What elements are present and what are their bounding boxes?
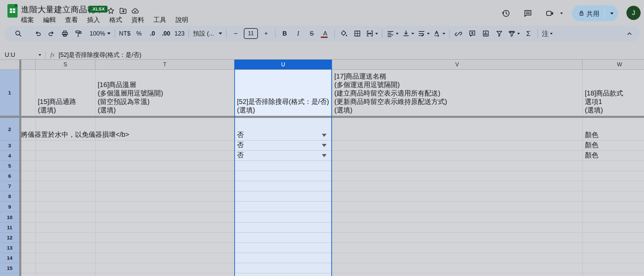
cell-U1[interactable]: [52]是否排除搜尋(格式：是/否) (選填) — [235, 70, 332, 116]
column-header-W[interactable]: W — [582, 60, 644, 70]
cell-dropdown-icon[interactable] — [322, 144, 327, 147]
bold-button[interactable]: B — [278, 28, 291, 39]
row-header-11[interactable]: 11 — [0, 222, 19, 233]
borders-icon — [353, 29, 361, 38]
cell-S1[interactable]: [15]商品通路 (選填) — [35, 70, 95, 116]
horizontal-align-button[interactable] — [385, 28, 400, 39]
row-header-12[interactable]: 12 — [0, 233, 19, 243]
column-header-U[interactable]: U — [235, 60, 332, 70]
cell-T1[interactable]: [16]商品溫層 (多個溫層用逗號隔開) (留空預設為常溫) (選填) — [95, 70, 235, 116]
format-currency-button[interactable]: NT$ — [117, 28, 132, 39]
text-color-button[interactable]: A — [318, 28, 332, 39]
sheets-logo-icon[interactable] — [7, 4, 18, 18]
font-select[interactable]: 預設 (... — [191, 28, 224, 39]
print-button[interactable] — [58, 28, 72, 39]
column-header-R[interactable] — [21, 60, 35, 70]
menu-format[interactable]: 格式 — [109, 16, 122, 24]
collapse-toolbar-button[interactable] — [625, 29, 634, 38]
menu-edit[interactable]: 編輯 — [43, 16, 56, 24]
filter-views-button[interactable] — [506, 28, 522, 39]
menu-tools[interactable]: 工具 — [153, 16, 166, 24]
create-filter-button[interactable] — [493, 28, 506, 39]
menu-insert[interactable]: 插入 — [87, 16, 100, 24]
chart-icon — [482, 29, 490, 38]
merge-cells-button[interactable] — [364, 28, 380, 39]
formula-input[interactable]: [52]是否排除搜尋(格式：是/否) — [58, 51, 141, 59]
column-header-T[interactable]: T — [95, 60, 235, 70]
cell-V1[interactable]: [17]商品運送名稱 (多個運送用逗號隔開) (建立商品時留空表示適用所有配送)… — [332, 70, 582, 116]
toolbar-separator — [189, 29, 189, 38]
cell-W2[interactable]: 顏色 — [582, 118, 644, 141]
redo-button[interactable] — [45, 28, 58, 39]
row-header-15[interactable]: 15 — [0, 263, 19, 273]
wrap-text-button[interactable] — [416, 28, 431, 39]
insert-comment-button[interactable] — [466, 28, 479, 39]
chevron-down-icon — [443, 33, 445, 35]
cell-U2[interactable]: 否 — [235, 118, 332, 141]
functions-button[interactable]: Σ — [522, 28, 535, 39]
cell-dropdown-icon[interactable] — [322, 154, 327, 157]
cell-U3[interactable]: 否 — [235, 141, 332, 151]
history-icon[interactable] — [501, 9, 510, 18]
cell-W3[interactable]: 顏色 — [582, 141, 644, 151]
search-button[interactable] — [11, 28, 25, 39]
row-header-4[interactable]: 4 — [0, 151, 19, 161]
row-header-5[interactable]: 5 — [0, 161, 19, 171]
toolbar-separator — [449, 29, 450, 38]
format-percent-button[interactable]: % — [132, 28, 146, 39]
row-header-6[interactable]: 6 — [0, 171, 19, 181]
select-all-corner[interactable] — [0, 60, 19, 70]
cell-W1[interactable]: [18]商品款式 選項1 (選填) — [582, 70, 644, 116]
avatar[interactable]: J — [626, 6, 641, 20]
menu-data[interactable]: 資料 — [131, 16, 144, 24]
row-header-7[interactable]: 7 — [0, 181, 19, 191]
row-header-1[interactable]: 1 — [0, 70, 19, 116]
decrease-font-size-button[interactable]: − — [229, 28, 242, 39]
share-button[interactable]: 共用 — [572, 5, 618, 21]
font-size-input[interactable]: 11 — [244, 28, 258, 39]
menu-help[interactable]: 說明 — [175, 16, 188, 24]
cloud-check-icon[interactable] — [131, 7, 139, 15]
strikethrough-button[interactable]: S — [305, 28, 318, 39]
name-box-dropdown-icon[interactable] — [39, 54, 41, 56]
share-dropdown-icon[interactable] — [610, 13, 614, 15]
cell-dropdown-icon[interactable] — [322, 134, 327, 137]
row-header-13[interactable]: 13 — [0, 243, 19, 253]
row-header-10[interactable]: 10 — [0, 212, 19, 222]
row-header-8[interactable]: 8 — [0, 191, 19, 201]
cell-W4[interactable]: 顏色 — [582, 151, 644, 161]
camera-icon[interactable] — [545, 9, 554, 18]
row-header-9[interactable]: 9 — [0, 201, 19, 212]
zoom-select[interactable]: 100% — [88, 28, 112, 39]
name-box[interactable]: U:U — [0, 51, 37, 59]
increase-decimal-button[interactable]: .00 — [159, 28, 173, 39]
paint-format-button[interactable] — [72, 28, 85, 39]
input-tools-button[interactable]: 注 — [540, 28, 554, 39]
undo-button[interactable] — [31, 28, 45, 39]
toolbar-separator — [226, 29, 226, 38]
spreadsheet-grid[interactable]: 123456789101112131415STUVW[15]商品通路 (選填)[… — [0, 60, 644, 276]
menu-file[interactable]: 檔案 — [21, 16, 34, 24]
row-header-3[interactable]: 3 — [0, 141, 19, 151]
star-icon[interactable] — [107, 7, 115, 15]
borders-button[interactable] — [351, 28, 364, 39]
vertical-align-button[interactable] — [400, 28, 416, 39]
text-rotation-button[interactable] — [431, 28, 447, 39]
comment-icon[interactable] — [523, 9, 532, 18]
italic-button[interactable]: I — [291, 28, 305, 39]
row-header-2[interactable]: 2 — [0, 118, 19, 141]
fill-color-button[interactable] — [337, 28, 351, 39]
insert-link-button[interactable] — [452, 28, 466, 39]
column-header-S[interactable]: S — [35, 60, 95, 70]
move-folder-icon[interactable] — [119, 7, 127, 15]
insert-chart-button[interactable] — [479, 28, 493, 39]
menu-view[interactable]: 查看 — [65, 16, 78, 24]
more-formats-button[interactable]: 123 — [173, 28, 186, 39]
increase-font-size-button[interactable]: + — [259, 28, 273, 39]
column-header-V[interactable]: V — [332, 60, 582, 70]
row-header-14[interactable]: 14 — [0, 253, 19, 263]
cell-U4[interactable]: 否 — [235, 151, 332, 161]
gridline-horizontal — [21, 273, 644, 273]
camera-dropdown-icon[interactable] — [560, 13, 563, 14]
decrease-decimal-button[interactable]: .0 — [146, 28, 159, 39]
